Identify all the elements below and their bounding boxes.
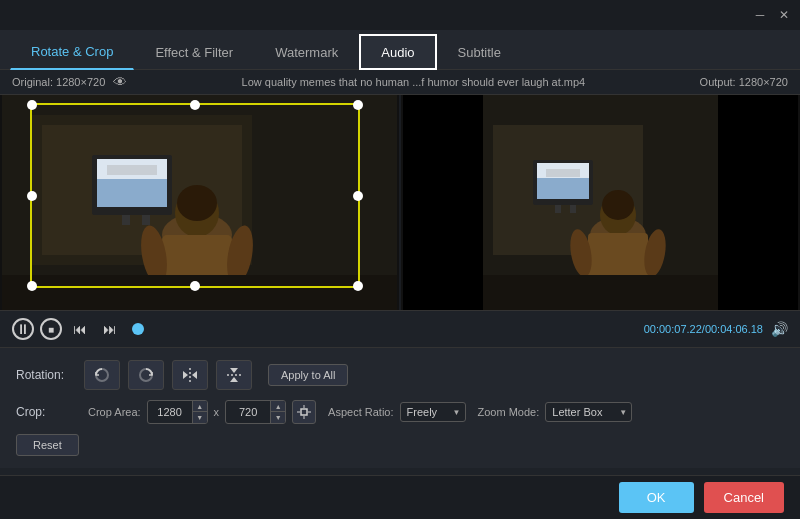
title-bar: ─ ✕ [0, 0, 800, 30]
playback-bar: ⏸ ■ ⏮ ⏭ 00:00:07.22/00:04:06.18 🔊 [0, 310, 800, 347]
rotate-cw-button[interactable] [128, 360, 164, 390]
center-icon [297, 405, 311, 419]
svg-marker-38 [183, 371, 188, 379]
svg-rect-10 [142, 215, 150, 225]
volume-icon[interactable]: 🔊 [771, 321, 788, 337]
svg-point-32 [602, 190, 634, 220]
width-input-group: ▲ ▼ [147, 400, 208, 424]
bottom-bar: OK Cancel [0, 475, 800, 519]
output-resolution: Output: 1280×720 [700, 76, 788, 88]
svg-rect-8 [107, 165, 157, 175]
flip-vertical-button[interactable] [216, 360, 252, 390]
svg-rect-17 [2, 275, 397, 310]
right-video-canvas [401, 95, 800, 310]
tab-effect-filter[interactable]: Effect & Filter [134, 34, 254, 70]
width-spin-btns: ▲ ▼ [192, 401, 207, 423]
close-button[interactable]: ✕ [776, 7, 792, 23]
svg-rect-20 [718, 95, 798, 310]
rotation-label: Rotation: [16, 368, 76, 382]
svg-point-13 [177, 185, 217, 221]
aspect-ratio-select-wrapper: Freely 16:9 4:3 1:1 Custom [400, 402, 466, 422]
svg-rect-19 [403, 95, 483, 310]
height-spin-down[interactable]: ▼ [271, 412, 285, 423]
apply-to-all-button[interactable]: Apply to All [268, 364, 348, 386]
preview-area [0, 95, 800, 310]
flip-v-icon [225, 366, 243, 384]
playback-controls: ⏸ ■ ⏮ ⏭ [12, 317, 148, 341]
preview-right [401, 95, 800, 310]
flip-h-icon [181, 366, 199, 384]
eye-icon[interactable]: 👁 [113, 74, 127, 90]
preview-left [0, 95, 399, 310]
svg-rect-9 [122, 215, 130, 225]
svg-rect-28 [555, 205, 561, 213]
controls-section: Rotation: [0, 347, 800, 468]
cancel-button[interactable]: Cancel [704, 482, 784, 513]
zoom-mode-group: Zoom Mode: Letter Box Pan & Scan Full [478, 402, 633, 422]
filename: Low quality memes that no human ...f hum… [242, 76, 586, 88]
flip-horizontal-button[interactable] [172, 360, 208, 390]
height-spin-up[interactable]: ▲ [271, 401, 285, 412]
time-display: 00:00:07.22/00:04:06.18 [644, 323, 763, 335]
svg-rect-29 [570, 205, 576, 213]
progress-thumb [132, 323, 144, 335]
ok-button[interactable]: OK [619, 482, 694, 513]
crop-height-input[interactable] [226, 403, 270, 421]
tab-audio[interactable]: Audio [359, 34, 436, 70]
aspect-ratio-label: Aspect Ratio: [328, 406, 393, 418]
left-video-canvas [0, 95, 399, 310]
svg-marker-39 [192, 371, 197, 379]
crop-width-input[interactable] [148, 403, 192, 421]
size-separator: x [214, 406, 220, 418]
height-spin-btns: ▲ ▼ [270, 401, 285, 423]
zoom-mode-label: Zoom Mode: [478, 406, 540, 418]
original-resolution: Original: 1280×720 [12, 76, 105, 88]
next-frame-button[interactable]: ⏭ [98, 317, 122, 341]
tab-bar: Rotate & Crop Effect & Filter Watermark … [0, 30, 800, 70]
aspect-ratio-select[interactable]: Freely 16:9 4:3 1:1 Custom [400, 402, 466, 422]
center-button[interactable] [292, 400, 316, 424]
rotate-ccw-button[interactable] [84, 360, 120, 390]
crop-area-label: Crop Area: [88, 406, 141, 418]
height-input-group: ▲ ▼ [225, 400, 286, 424]
tab-rotate-crop[interactable]: Rotate & Crop [10, 34, 134, 70]
crop-label: Crop: [16, 405, 76, 419]
rotation-row: Rotation: [16, 360, 784, 390]
zoom-mode-select-wrapper: Letter Box Pan & Scan Full [545, 402, 632, 422]
crop-row: Crop: Crop Area: ▲ ▼ x ▲ ▼ [16, 400, 784, 424]
width-spin-down[interactable]: ▼ [193, 412, 207, 423]
tab-subtitle[interactable]: Subtitle [437, 34, 522, 70]
prev-frame-button[interactable]: ⏮ [68, 317, 92, 341]
aspect-ratio-group: Aspect Ratio: Freely 16:9 4:3 1:1 Custom [328, 402, 465, 422]
tab-watermark[interactable]: Watermark [254, 34, 359, 70]
play-pause-button[interactable]: ⏸ [12, 318, 34, 340]
svg-rect-27 [546, 169, 580, 177]
info-bar: Original: 1280×720 👁 Low quality memes t… [0, 70, 800, 95]
svg-marker-41 [230, 368, 238, 373]
zoom-mode-select[interactable]: Letter Box Pan & Scan Full [545, 402, 632, 422]
svg-rect-36 [483, 275, 718, 310]
rotate-ccw-icon [93, 366, 111, 384]
width-spin-up[interactable]: ▲ [193, 401, 207, 412]
svg-marker-42 [230, 377, 238, 382]
reset-button[interactable]: Reset [16, 434, 79, 456]
crop-area-group: Crop Area: ▲ ▼ x ▲ ▼ [88, 400, 316, 424]
rotate-cw-icon [137, 366, 155, 384]
minimize-button[interactable]: ─ [752, 7, 768, 23]
svg-rect-43 [301, 409, 307, 415]
stop-button[interactable]: ■ [40, 318, 62, 340]
